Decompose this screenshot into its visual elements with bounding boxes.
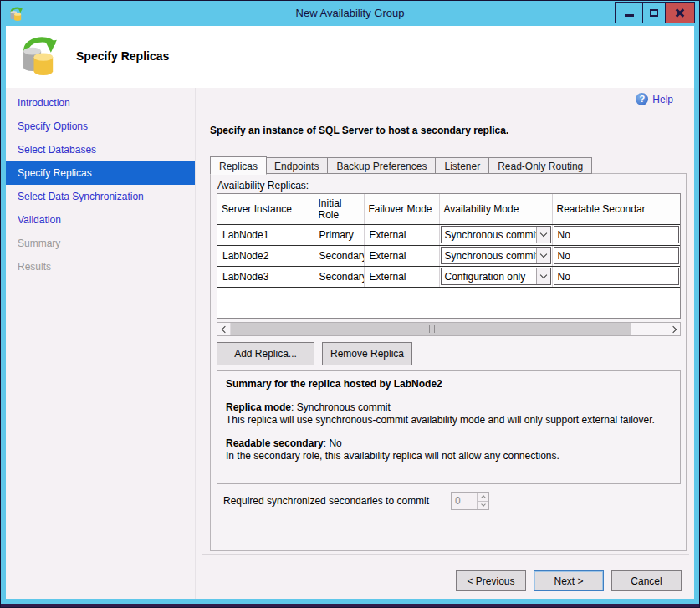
wizard-page-content: Help Specify an instance of SQL Server t…: [197, 88, 694, 599]
sidebar-item-select-data-synchronization[interactable]: Select Data Synchronization: [6, 185, 195, 208]
sidebar-item-introduction[interactable]: Introduction: [6, 91, 195, 115]
help-link[interactable]: Help: [636, 93, 673, 105]
scroll-left-button[interactable]: [217, 323, 231, 335]
new-availability-group-dialog: New Availability Group Specify Replicas …: [0, 0, 700, 608]
readable-secondary-summary: Readable secondary: No In the secondary …: [226, 437, 672, 462]
sidebar-item-summary: Summary: [6, 232, 195, 255]
close-icon: [675, 8, 685, 18]
page-instruction: Specify an instance of SQL Server to hos…: [210, 125, 508, 136]
chevron-up-icon: [481, 495, 486, 500]
add-replica-button[interactable]: Add Replica...: [217, 342, 314, 365]
scrollbar-track[interactable]: [631, 323, 667, 335]
replica-mode-summary: Replica mode: Synchronous commit This re…: [226, 401, 672, 427]
dialog-client-area: Specify Replicas Introduction Specify Op…: [6, 26, 694, 599]
column-header-failover-mode: Failover Mode: [364, 194, 439, 224]
cell-readable-secondary: No: [552, 266, 680, 287]
cell-initial-role: Secondary: [314, 266, 364, 287]
column-header-availability-mode: Availability Mode: [439, 194, 552, 224]
help-label: Help: [652, 94, 673, 105]
cell-readable-secondary: No: [552, 224, 680, 245]
sidebar-item-results: Results: [6, 255, 195, 278]
chevron-down-icon: [481, 502, 486, 507]
column-header-readable-secondary: Readable Secondar: [552, 194, 680, 224]
title-bar[interactable]: New Availability Group: [1, 1, 699, 26]
readable-secondary-dropdown[interactable]: No: [554, 268, 680, 285]
minimize-button[interactable]: [615, 2, 643, 23]
readable-secondary-description: In the secondary role, this availability…: [226, 450, 672, 462]
cell-initial-role: Secondary: [314, 245, 364, 266]
cell-availability-mode: Synchronous commit: [439, 245, 552, 266]
cell-failover-mode: External: [364, 224, 439, 245]
availability-replicas-grid[interactable]: Server Instance Initial Role Failover Mo…: [217, 193, 681, 319]
cell-failover-mode: External: [364, 245, 439, 266]
replica-mode-description: This replica will use synchronous-commit…: [226, 414, 672, 427]
grid-row-labnode1[interactable]: LabNode1 Primary External Synchronous co…: [217, 224, 680, 245]
cell-initial-role: Primary: [314, 224, 364, 245]
required-secondaries-spinner: 0: [451, 492, 489, 510]
tab-backup-preferences[interactable]: Backup Preferences: [328, 157, 436, 174]
sidebar-item-select-databases[interactable]: Select Databases: [6, 138, 195, 161]
replicas-tab-panel: Availability Replicas: Server Instance I…: [210, 173, 687, 551]
grid-horizontal-scrollbar[interactable]: [217, 322, 681, 336]
help-icon: [636, 93, 648, 105]
maximize-button[interactable]: [642, 2, 666, 23]
availability-group-icon: [18, 33, 59, 75]
sidebar-item-validation[interactable]: Validation: [6, 208, 195, 232]
availability-mode-dropdown[interactable]: Synchronous commit: [441, 226, 551, 243]
replica-mode-label: Replica mode: [226, 401, 291, 413]
availability-replicas-label: Availability Replicas:: [217, 180, 309, 192]
column-header-server-instance: Server Instance: [217, 194, 314, 224]
cell-availability-mode: Configuration only: [439, 266, 552, 287]
availability-mode-dropdown[interactable]: Configuration only: [441, 268, 551, 285]
cell-server-instance[interactable]: LabNode1: [217, 224, 314, 245]
close-button[interactable]: [665, 2, 695, 23]
tab-listener[interactable]: Listener: [436, 157, 489, 174]
window-title: New Availability Group: [1, 1, 699, 26]
cell-availability-mode: Synchronous commit: [439, 224, 552, 245]
cell-failover-mode: External: [364, 266, 439, 287]
readable-secondary-label: Readable secondary: [226, 437, 324, 449]
spinner-up-button: [478, 493, 488, 502]
page-title: Specify Replicas: [76, 49, 169, 63]
availability-mode-dropdown[interactable]: Synchronous commit: [441, 247, 551, 264]
chevron-right-icon: [669, 325, 676, 332]
footer-divider: [202, 554, 689, 555]
grid-row-labnode2[interactable]: LabNode2 Secondary External Synchronous …: [217, 245, 680, 266]
spinner-value: 0: [452, 493, 477, 509]
tab-endpoints[interactable]: Endpoints: [266, 157, 328, 174]
cell-readable-secondary: No: [552, 245, 680, 266]
scrollbar-thumb[interactable]: [231, 323, 631, 335]
grid-header-row: Server Instance Initial Role Failover Mo…: [217, 194, 680, 224]
tab-strip: Replicas Endpoints Backup Preferences Li…: [210, 156, 592, 174]
grid-row-labnode3[interactable]: LabNode3 Secondary External Configuratio…: [217, 266, 680, 287]
cancel-button[interactable]: Cancel: [611, 570, 682, 591]
readable-secondary-dropdown[interactable]: No: [554, 247, 680, 264]
scrollbar-grip-icon: [427, 325, 435, 333]
replica-mode-value: : Synchronous commit: [291, 401, 391, 413]
readable-secondary-dropdown[interactable]: No: [554, 226, 680, 243]
spinner-down-button: [478, 502, 488, 510]
required-secondaries-label: Required synchronized secondaries to com…: [223, 495, 429, 507]
page-header: Specify Replicas: [6, 26, 694, 88]
chevron-down-icon[interactable]: [536, 227, 550, 243]
cell-server-instance[interactable]: LabNode2: [217, 245, 314, 266]
sidebar-item-specify-replicas[interactable]: Specify Replicas: [6, 161, 195, 185]
tab-replicas[interactable]: Replicas: [210, 156, 267, 175]
previous-button[interactable]: < Previous: [456, 570, 526, 591]
next-button[interactable]: Next >: [534, 570, 604, 591]
replica-summary-box: Summary for the replica hosted by LabNod…: [217, 370, 681, 484]
remove-replica-button[interactable]: Remove Replica: [322, 342, 412, 365]
chevron-down-icon[interactable]: [536, 268, 550, 284]
chevron-left-icon: [221, 325, 227, 332]
summary-title: Summary for the replica hosted by LabNod…: [226, 378, 672, 391]
wizard-navigation-buttons: < Previous Next > Cancel: [456, 570, 682, 591]
column-header-initial-role: Initial Role: [314, 194, 364, 224]
wizard-steps-sidebar: Introduction Specify Options Select Data…: [6, 88, 196, 599]
sidebar-item-specify-options[interactable]: Specify Options: [6, 115, 195, 138]
minimize-icon: [625, 14, 634, 17]
cell-server-instance[interactable]: LabNode3: [217, 266, 314, 287]
scroll-right-button[interactable]: [667, 323, 680, 335]
readable-secondary-value: : No: [324, 437, 342, 449]
tab-read-only-routing[interactable]: Read-Only Routing: [489, 157, 592, 174]
chevron-down-icon[interactable]: [536, 248, 550, 263]
